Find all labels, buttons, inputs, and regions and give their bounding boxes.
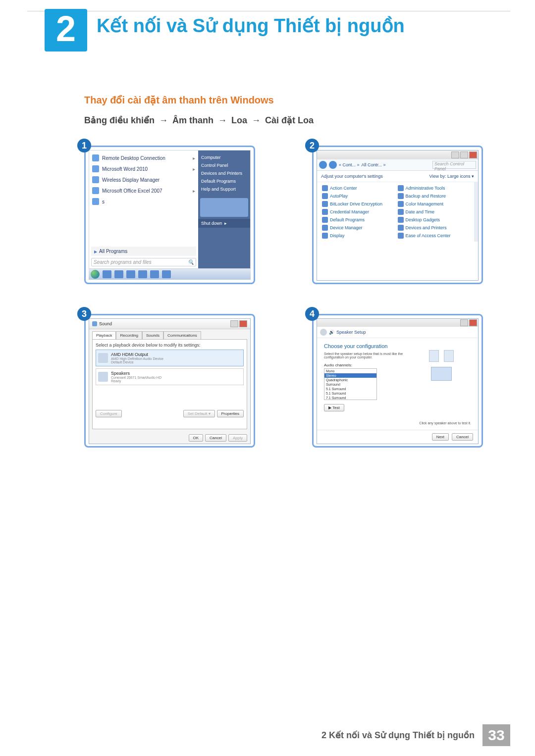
cp-item[interactable]: Backup and Restore bbox=[398, 193, 470, 199]
user-picture bbox=[200, 198, 248, 217]
tab-sounds[interactable]: Sounds bbox=[142, 331, 163, 339]
playback-device[interactable]: AMD HDMI Output AMD High Definition Audi… bbox=[96, 350, 244, 366]
all-programs[interactable]: All Programs bbox=[91, 247, 196, 256]
cp-item[interactable]: Device Manager bbox=[322, 225, 394, 231]
ok-button[interactable]: OK bbox=[189, 434, 204, 442]
device-status: Ready bbox=[111, 379, 161, 383]
start-menu-left: Remote Desktop Connection▸ Microsoft Wor… bbox=[89, 151, 198, 268]
start-right-item[interactable]: Default Programs bbox=[201, 177, 247, 185]
breadcrumb[interactable]: All Contr... » bbox=[362, 162, 386, 167]
speaker-graphic-icon[interactable] bbox=[429, 350, 439, 362]
access-icon bbox=[398, 233, 404, 239]
start-menu-item[interactable]: Microsoft Word 2010▸ bbox=[91, 163, 196, 174]
start-right-item[interactable]: Devices and Printers bbox=[201, 169, 247, 177]
forward-icon[interactable] bbox=[329, 161, 337, 169]
device-sub: Conexant 20671 SmartAudio HD bbox=[111, 376, 161, 379]
start-menu-item[interactable]: Remote Desktop Connection▸ bbox=[91, 152, 196, 163]
viewby-dropdown[interactable]: View by: Large icons ▾ bbox=[429, 174, 474, 179]
printer-icon bbox=[398, 225, 404, 231]
cp-items: Action Center Administrative Tools AutoP… bbox=[317, 182, 478, 242]
dialog-buttons: OK Cancel Apply bbox=[89, 432, 250, 444]
list-item[interactable]: Mono bbox=[324, 369, 376, 373]
cp-item[interactable]: Color Management bbox=[398, 201, 470, 207]
cancel-button[interactable]: Cancel bbox=[205, 434, 226, 442]
taskbar-item[interactable] bbox=[126, 270, 135, 278]
tab-communications[interactable]: Communications bbox=[163, 331, 201, 339]
tab-recording[interactable]: Recording bbox=[116, 331, 142, 339]
configure-button[interactable]: Configure bbox=[96, 410, 122, 417]
chevron-right-icon: ▸ bbox=[193, 188, 195, 194]
step-number-badge: 2 bbox=[305, 139, 319, 152]
chevron-right-icon: ▸ bbox=[193, 155, 195, 161]
device-icon bbox=[98, 353, 108, 363]
audio-channels-list[interactable]: Mono Stereo Quadraphonic Surround 5.1 Su… bbox=[324, 368, 377, 400]
lock-icon bbox=[322, 201, 328, 207]
credential-icon bbox=[322, 209, 328, 215]
search-input[interactable]: Search Control Panel bbox=[432, 161, 476, 169]
cp-item[interactable]: Administrative Tools bbox=[398, 185, 470, 191]
list-item[interactable]: Stereo bbox=[324, 373, 376, 378]
device-icon bbox=[98, 372, 108, 382]
minimize-icon[interactable] bbox=[451, 151, 459, 158]
cp-item[interactable]: Desktop Gadgets bbox=[398, 217, 470, 223]
apply-button[interactable]: Apply bbox=[228, 434, 247, 442]
taskbar-item[interactable] bbox=[114, 270, 123, 278]
list-item[interactable]: 7.1 Surround bbox=[324, 396, 376, 400]
maximize-icon[interactable] bbox=[460, 151, 468, 158]
playback-device[interactable]: Speakers Conexant 20671 SmartAudio HD Re… bbox=[96, 368, 244, 385]
help-icon[interactable] bbox=[230, 320, 238, 327]
cp-item[interactable]: Default Programs bbox=[322, 217, 394, 223]
start-search-input[interactable]: Search programs and files🔍 bbox=[91, 258, 196, 266]
cp-item[interactable]: Credential Manager bbox=[322, 209, 394, 215]
start-menu-item[interactable]: Wireless Display Manager bbox=[91, 174, 196, 185]
cancel-button[interactable]: Cancel bbox=[452, 433, 473, 441]
close-icon[interactable] bbox=[239, 320, 247, 327]
taskbar-item[interactable] bbox=[162, 270, 171, 278]
start-orb-icon[interactable] bbox=[91, 270, 100, 279]
cp-item-label: Action Center bbox=[330, 186, 357, 191]
tab-playback[interactable]: Playback bbox=[92, 331, 116, 339]
list-item[interactable]: Quadraphonic bbox=[324, 378, 376, 382]
back-icon[interactable] bbox=[319, 161, 327, 169]
sound-icon bbox=[92, 321, 97, 326]
close-icon[interactable] bbox=[469, 151, 477, 158]
wizard-title: Speaker Setup bbox=[336, 330, 366, 335]
device-status: Default Device bbox=[111, 360, 163, 364]
cp-item[interactable]: Display bbox=[322, 233, 394, 239]
shutdown-button[interactable]: Shut down▸ bbox=[198, 219, 250, 228]
list-item[interactable]: 5.1 Surround bbox=[324, 391, 376, 396]
test-button[interactable]: ▶ Test bbox=[324, 404, 344, 411]
cp-item[interactable]: Date and Time bbox=[398, 209, 470, 215]
cp-item[interactable]: BitLocker Drive Encryption bbox=[322, 201, 394, 207]
taskbar-item[interactable] bbox=[103, 270, 111, 278]
close-icon[interactable] bbox=[469, 319, 477, 326]
next-button[interactable]: Next bbox=[432, 433, 449, 441]
start-right-item[interactable]: Computer bbox=[201, 153, 247, 161]
start-menu-item[interactable]: s bbox=[91, 196, 196, 207]
speaker-graphic-icon[interactable] bbox=[444, 350, 454, 362]
set-default-button[interactable]: Set Default ▾ bbox=[183, 410, 215, 417]
start-menu-right: Computer Control Panel Devices and Print… bbox=[198, 151, 250, 268]
list-item[interactable]: Surround bbox=[324, 382, 376, 387]
cp-item[interactable]: Ease of Access Center bbox=[398, 233, 470, 239]
minimize-icon[interactable] bbox=[460, 319, 468, 326]
cp-item[interactable]: Action Center bbox=[322, 185, 394, 191]
list-item[interactable]: 5.1 Surround bbox=[324, 387, 376, 391]
window-titlebar bbox=[317, 151, 478, 159]
cp-item[interactable]: AutoPlay bbox=[322, 193, 394, 199]
cp-item-label: Device Manager bbox=[330, 225, 363, 230]
cp-item[interactable]: Devices and Printers bbox=[398, 225, 470, 231]
start-right-item[interactable]: Control Panel bbox=[201, 161, 247, 169]
item-label: Remote Desktop Connection bbox=[102, 155, 165, 161]
top-rule bbox=[27, 11, 510, 11]
start-right-item[interactable]: Help and Support bbox=[201, 185, 247, 193]
taskbar-item[interactable] bbox=[138, 270, 147, 278]
taskbar bbox=[89, 269, 251, 280]
cp-item-label: Color Management bbox=[406, 202, 444, 206]
back-icon[interactable] bbox=[320, 329, 327, 336]
diagram-hint: Click any speaker above to test it. bbox=[419, 421, 471, 425]
taskbar-item[interactable] bbox=[150, 270, 159, 278]
screenshot-frame: 🔊 Speaker Setup Choose your configuratio… bbox=[312, 314, 483, 448]
breadcrumb[interactable]: « Cont... » bbox=[339, 162, 360, 167]
start-menu-item[interactable]: Microsoft Office Excel 2007▸ bbox=[91, 185, 196, 196]
